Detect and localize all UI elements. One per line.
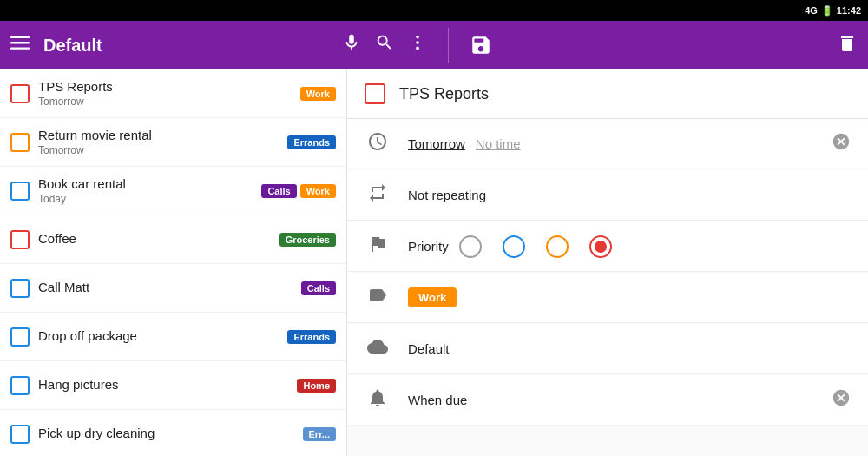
detail-repeat-row: Not repeating xyxy=(347,170,868,221)
detail-list-content: Default xyxy=(408,341,851,356)
delete-button[interactable] xyxy=(837,33,858,58)
task-sub: Tomorrow xyxy=(38,96,292,108)
task-checkbox[interactable] xyxy=(10,230,30,249)
task-name: Pick up dry cleaning xyxy=(38,426,294,440)
tag: Work xyxy=(300,87,336,101)
time-display: 11:42 xyxy=(837,5,861,16)
detail-time[interactable]: No time xyxy=(476,136,521,151)
task-name: TPS Reports xyxy=(38,79,292,94)
task-checkbox[interactable] xyxy=(10,182,30,201)
task-checkbox[interactable] xyxy=(10,327,30,347)
bell-icon xyxy=(365,387,391,413)
detail-list[interactable]: Default xyxy=(408,341,450,356)
task-checkbox[interactable] xyxy=(10,376,30,395)
task-item[interactable]: Pick up dry cleaning Err... xyxy=(0,410,346,456)
svg-point-5 xyxy=(416,47,419,50)
task-item[interactable]: Drop off package Errands xyxy=(0,313,346,361)
mic-icon[interactable] xyxy=(342,33,361,57)
priority-low[interactable] xyxy=(503,235,525,258)
clock-icon xyxy=(365,131,391,156)
task-list: TPS Reports Tomorrow Work Return movie r… xyxy=(0,69,347,456)
priority-medium[interactable] xyxy=(546,235,569,258)
task-tags: Work xyxy=(300,87,336,101)
task-tags: Calls Work xyxy=(261,184,336,198)
cloud-icon xyxy=(365,336,391,361)
svg-rect-0 xyxy=(10,36,30,38)
app-header: Default xyxy=(0,21,868,69)
svg-rect-2 xyxy=(10,48,30,50)
task-item[interactable]: TPS Reports Tomorrow Work xyxy=(0,69,346,118)
task-name: Return movie rental xyxy=(38,128,279,142)
task-info: Return movie rental Tomorrow xyxy=(38,128,279,156)
search-icon[interactable] xyxy=(375,33,394,57)
detail-tag-badge[interactable]: Work xyxy=(408,287,457,307)
tag: Err... xyxy=(303,427,336,441)
task-info: Coffee xyxy=(38,231,271,248)
detail-repeat-content: Not repeating xyxy=(408,188,851,202)
priority-circles xyxy=(459,235,612,258)
detail-reminder-row: When due xyxy=(347,375,868,426)
task-name: Call Matt xyxy=(38,280,293,294)
task-info: Hang pictures xyxy=(38,377,288,393)
task-checkbox[interactable] xyxy=(10,279,30,298)
task-detail: TPS Reports Tomorrow No time Not repeati… xyxy=(347,69,868,456)
task-info: Call Matt xyxy=(38,280,293,296)
header-divider xyxy=(448,28,449,63)
detail-reminder-content: When due xyxy=(408,393,814,407)
detail-checkbox[interactable] xyxy=(365,83,385,104)
header-title: Default xyxy=(43,36,102,56)
detail-repeat[interactable]: Not repeating xyxy=(408,188,486,202)
tag: Errands xyxy=(287,330,336,344)
detail-date[interactable]: Tomorrow xyxy=(408,136,465,151)
more-icon[interactable] xyxy=(408,33,427,57)
repeat-icon xyxy=(365,182,391,208)
task-tags: Home xyxy=(297,379,336,393)
date-clear-icon[interactable] xyxy=(832,132,851,155)
tag: Calls xyxy=(261,184,296,198)
task-checkbox[interactable] xyxy=(10,84,30,103)
task-tags: Calls xyxy=(301,281,336,295)
task-name: Coffee xyxy=(38,231,271,246)
signal-indicator: 4G xyxy=(805,5,818,16)
status-bar: 4G 🔋 11:42 xyxy=(0,0,868,21)
task-item[interactable]: Book car rental Today Calls Work xyxy=(0,167,346,215)
task-name: Book car rental xyxy=(38,176,253,191)
main-content: TPS Reports Tomorrow Work Return movie r… xyxy=(0,69,868,456)
detail-priority-content: Priority xyxy=(408,235,851,258)
task-info: Book car rental Today xyxy=(38,176,253,205)
tag-icon xyxy=(365,285,391,310)
svg-point-4 xyxy=(416,41,419,44)
task-info: Pick up dry cleaning xyxy=(38,426,294,442)
tag: Errands xyxy=(287,135,336,149)
battery-indicator: 🔋 xyxy=(821,5,833,17)
detail-title: TPS Reports xyxy=(399,85,489,103)
reminder-clear-icon[interactable] xyxy=(832,388,851,412)
priority-high[interactable] xyxy=(589,235,612,258)
task-name: Drop off package xyxy=(38,328,279,343)
header-left: Default xyxy=(10,33,328,57)
detail-tag-row: Work xyxy=(347,273,868,323)
flag-icon xyxy=(365,234,391,259)
task-checkbox[interactable] xyxy=(10,425,30,444)
task-tags: Errands xyxy=(287,135,336,149)
menu-icon[interactable] xyxy=(10,33,30,57)
tag: Groceries xyxy=(279,233,336,247)
task-tags: Errands xyxy=(287,330,336,344)
svg-rect-1 xyxy=(10,42,30,43)
task-sub: Today xyxy=(38,193,253,205)
task-name: Hang pictures xyxy=(38,377,288,392)
tag: Calls xyxy=(301,281,336,295)
tag: Home xyxy=(297,379,336,393)
task-item[interactable]: Call Matt Calls xyxy=(0,264,346,313)
save-button[interactable] xyxy=(470,34,492,56)
task-item[interactable]: Hang pictures Home xyxy=(0,361,346,410)
task-item[interactable]: Coffee Groceries xyxy=(0,215,346,264)
detail-reminder[interactable]: When due xyxy=(408,393,467,407)
task-item[interactable]: Return movie rental Tomorrow Errands xyxy=(0,118,346,167)
priority-none[interactable] xyxy=(459,235,482,258)
priority-label: Priority xyxy=(408,239,449,254)
task-info: Drop off package xyxy=(38,328,279,345)
detail-tag-content: Work xyxy=(408,287,851,307)
task-tags: Err... xyxy=(303,427,336,441)
task-checkbox[interactable] xyxy=(10,133,30,152)
